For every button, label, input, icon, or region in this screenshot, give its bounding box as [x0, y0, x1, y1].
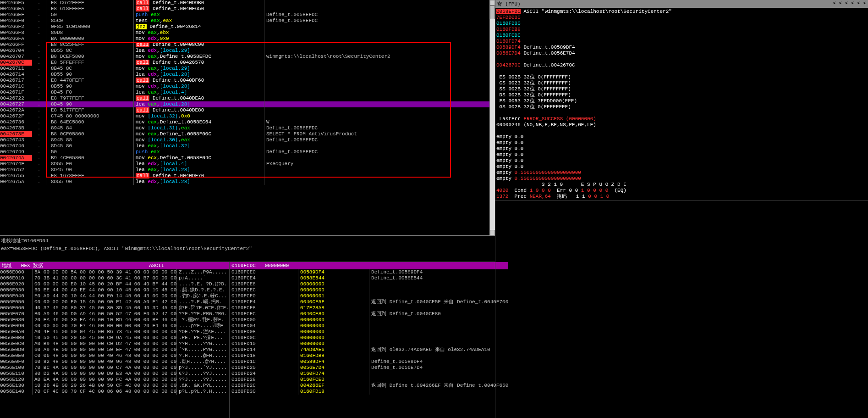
fpu-controls[interactable]: < < < < < < — [833, 0, 866, 7]
stack-row[interactable]: 0160FD1474AD0AE6返回到 ole32.74AD0AE6 来自 ol… — [230, 347, 508, 353]
stack-row[interactable]: 0160FCF000000001 — [230, 293, 508, 299]
mnemonic: mov eax,Define_t.0058F00C — [134, 131, 264, 137]
stack-row[interactable]: 0160FCE800000000 — [230, 281, 508, 287]
stack-panel[interactable]: 0160FCDC 00000000 0160FCE000589DF4Define… — [230, 262, 508, 418]
hex-row[interactable]: 0056E13010 26 4B 00 20 26 4B 00 50 CF 4C… — [0, 383, 229, 389]
hex-row[interactable]: 0056E08020 EA 46 00 30 EA 46 00 10 BD 46… — [0, 317, 229, 323]
hex-row[interactable]: 0056E09000 00 00 00 70 E7 46 00 00 00 00… — [0, 323, 229, 329]
disasm-row[interactable]: 0042673B.8945 84mov [local.31],eaxDefine… — [0, 125, 495, 131]
mnemonic: call Define_t.0040DE80 — [134, 107, 264, 113]
hex-dump-panel[interactable]: 地址 HEX 数据 ASCII 0056E0005A 00 00 00 5A 0… — [0, 262, 230, 418]
disasm-row[interactable]: 0042675A.8D55 90lea edx,[local.28] — [0, 179, 495, 185]
stack-row[interactable]: 0160FCF40040CF5F返回到 Define_t.0040CF5F 来自… — [230, 299, 508, 305]
disasm-row[interactable]: 00426743.8945 88mov [local.30],eaxDefine… — [0, 137, 495, 143]
scrollbar[interactable] — [489, 0, 495, 235]
stack-row[interactable]: 0160FD1C00589DF4Define_t.00589DF4 — [230, 359, 508, 365]
address: 0042674F — [0, 161, 32, 167]
bytes: B8 DCEF5800 — [46, 54, 134, 60]
stack-row[interactable]: 0160FD180160FDB8 — [230, 353, 508, 359]
disasm-row[interactable]: 0042673E.B8 0CF05800mov eax,Define_t.005… — [0, 131, 495, 137]
hex-row[interactable]: 0056E0C0A0 B9 48 00 00 00 00 00 C0 D2 47… — [0, 341, 229, 347]
disasm-row[interactable]: 004266F8.89D8mov eax,ebx — [0, 30, 495, 36]
stack-row[interactable]: 0160FCEC00000000 — [230, 287, 508, 293]
disasm-row[interactable]: 004266FABA 00000000mov edx,0x0 — [0, 36, 495, 42]
disasm-row[interactable]: 00426714.8D55 90lea edx,[local.28] — [0, 72, 495, 78]
comment: Define_t.0058EFDC — [264, 137, 495, 143]
stack-row[interactable]: 0160FCE000589DF4Define_t.00589DF4 — [230, 269, 508, 275]
hex-row[interactable]: 0056E040E0 A9 44 00 10 4A 44 00 E0 14 45… — [0, 293, 229, 299]
stack-row[interactable]: 0160FD240160FD74 — [230, 371, 508, 377]
disasm-row[interactable]: 004266F2.0F85 1C010000jnz Define_t.00426… — [0, 24, 495, 30]
disasm-row[interactable]: 004266EA.E8 618FFEFFcall Define_t.0040F6… — [0, 6, 495, 12]
stack-row[interactable]: 0160FCF8017F28A8 — [230, 305, 508, 311]
stack-row[interactable]: 0160FD1000000000 — [230, 341, 508, 347]
disasm-row[interactable]: 00426711.8B45 8Cmov eax,[local.29] — [0, 66, 495, 72]
disasm-row[interactable]: 0042670C.E8 5FFEFFFFcall Define_t.004265… — [0, 60, 495, 66]
stack-row[interactable]: 0160FD280160FCE0 — [230, 377, 508, 383]
hex-row[interactable]: 0056E11080 D2 4A 00 00 00 00 00 D0 E3 4A… — [0, 371, 229, 377]
disasm-row[interactable]: 00426704.8D55 8Clea edx,[local.29] — [0, 48, 495, 54]
bytes: 8D55 8C — [46, 48, 134, 54]
hex-row[interactable]: 0056E02000 00 00 00 E0 10 45 00 20 BF 44… — [0, 281, 229, 287]
stack-row[interactable]: 0160FD200056E7D4Define_t.0056E7D4 — [230, 365, 508, 371]
hex-row[interactable]: 0056E0005A 00 00 00 5A 00 00 00 50 39 41… — [0, 269, 229, 275]
disasm-row[interactable]: 00426755.E8 1678FEFFcall Define_t.0040DF… — [0, 173, 495, 179]
hex-row[interactable]: 0056E10070 BC 4A 00 00 00 00 00 60 C7 4A… — [0, 365, 229, 371]
address: 0042672A — [0, 107, 32, 113]
bytes: 50 — [46, 12, 134, 18]
stack-row[interactable]: 0160FD2C004266EF返回到 Define_t.004266EF 来自… — [230, 383, 508, 389]
address: 00426755 — [0, 173, 32, 179]
fpu-header: 寄 (FPU) < < < < < < — [495, 0, 868, 8]
disasm-row[interactable]: 004266FF.E8 8C25FEFFcall Define_t.00408C… — [0, 42, 495, 48]
hex-row[interactable]: 0056E070B0 A9 46 00 D0 A9 46 00 50 52 47… — [0, 311, 229, 317]
disasm-row[interactable]: 00426727.8D45 90lea eax,[local.28] — [0, 101, 495, 107]
disasm-row[interactable]: 00426722.E8 7977FEFFcall Define_t.0040DE… — [0, 95, 495, 101]
stack-row[interactable]: 0160FD0400000000 — [230, 323, 508, 329]
disasm-row[interactable]: 00426749.50push eaxDefine_t.0058EFDC — [0, 149, 495, 155]
stack-panel-extended[interactable] — [495, 201, 868, 357]
disasm-row[interactable]: 00426707.B8 DCEF5800mov eax,Define_t.005… — [0, 54, 495, 60]
disasm-row[interactable]: 004266EF.50push eaxDefine_t.0058EFDC — [0, 12, 495, 18]
disasm-row[interactable]: 0042674A.B9 4CF05800mov ecx,Define_t.005… — [0, 155, 495, 161]
hex-row[interactable]: 0056E120A0 EA 4A 00 00 00 00 00 90 FC 4A… — [0, 377, 229, 383]
disassembly-panel[interactable]: 004266E5.E8 C672FEFFcall Define_t.0040D9… — [0, 0, 495, 235]
disasm-row[interactable]: 0042671F.8D45 F0lea eax,[local.4] — [0, 89, 495, 95]
hex-row[interactable]: 0056E01070 3B 41 00 00 00 00 00 60 3C 41… — [0, 275, 229, 281]
mnemonic: test eax,eax — [134, 18, 264, 24]
stack-row[interactable]: 0160FCE40058E544Define_t.0058E544 — [230, 275, 508, 281]
bytes: E8 C672FEFF — [46, 0, 134, 6]
stack-row[interactable]: 0160FD0C00000000 — [230, 335, 508, 341]
disasm-row[interactable]: 00426736.B8 64EC5800mov eax,Define_t.005… — [0, 119, 495, 125]
disasm-row[interactable]: 0042672A.E8 5177FEFFcall Define_t.0040DE… — [0, 107, 495, 113]
stack-row[interactable]: 0160FD300160FD18 — [230, 389, 508, 395]
stack-row[interactable]: 0160FD0000000000 — [230, 317, 508, 323]
disasm-row[interactable]: 0042671C.8B55 90mov edx,[local.28] — [0, 84, 495, 89]
bytes: 8D55 F0 — [46, 161, 134, 167]
mnemonic: mov [local.32],0x0 — [134, 113, 264, 119]
hex-row[interactable]: 0056E06040 37 45 00 80 37 45 00 30 3D 45… — [0, 305, 229, 311]
mnemonic: call Define_t.0040DF60 — [134, 78, 264, 84]
hex-row[interactable]: 0056E0D060 A9 4B 00 00 00 00 00 50 EF 47… — [0, 347, 229, 353]
hex-row[interactable]: 0056E0A0A0 4F 45 00 00 04 45 00 B6 73 45… — [0, 329, 229, 335]
address: 00426736 — [0, 119, 32, 125]
disasm-row[interactable]: 004266E5.E8 C672FEFFcall Define_t.0040D9… — [0, 0, 495, 6]
stack-row[interactable]: 0160FCFC0040CE80返回到 Define_t.0040CE80 — [230, 311, 508, 317]
disasm-row[interactable]: 00426717.E8 4478FEFFcall Define_t.0040DF… — [0, 78, 495, 84]
hex-row[interactable]: 0056E0B010 50 45 00 20 50 45 00 C0 9A 45… — [0, 335, 229, 341]
comment — [264, 0, 495, 6]
address: 0042670C — [0, 60, 32, 66]
hex-row[interactable]: 0056E05000 00 00 00 E0 15 45 00 90 E1 42… — [0, 299, 229, 305]
disasm-row[interactable]: 004266F0.85C0test eax,eaxDefine_t.0058EF… — [0, 18, 495, 24]
disasm-row[interactable]: 0042674F.8D55 F0lea edx,[local.4]ExecQue… — [0, 161, 495, 167]
disasm-row[interactable]: 00426752.8D45 90lea eax,[local.28] — [0, 167, 495, 173]
hex-header: 地址 HEX 数据 ASCII — [0, 262, 229, 269]
register-row: 0160FCDC — [496, 33, 867, 39]
disasm-row[interactable]: 00426746.8D45 80lea eax,[local.32] — [0, 143, 495, 149]
registers-panel[interactable]: 0058EFDC ASCII "winmgmts:\\localhost\roo… — [495, 8, 868, 201]
stack-row[interactable]: 0160FD0800000000 — [230, 329, 508, 335]
hex-row[interactable]: 0056E03060 EE 44 00 A0 EE 44 00 90 10 45… — [0, 287, 229, 293]
hex-row[interactable]: 0056E0E0C0 06 48 00 00 00 00 00 40 46 48… — [0, 353, 229, 359]
disasm-row[interactable]: 0042672F.C745 80 00000000mov [local.32],… — [0, 113, 495, 119]
hex-row[interactable]: 0056E0F060 82 48 00 00 00 00 00 40 96 48… — [0, 359, 229, 365]
hex-row[interactable]: 0056E14070 CF 4C 00 70 CF 4C 00 86 06 48… — [0, 389, 229, 395]
